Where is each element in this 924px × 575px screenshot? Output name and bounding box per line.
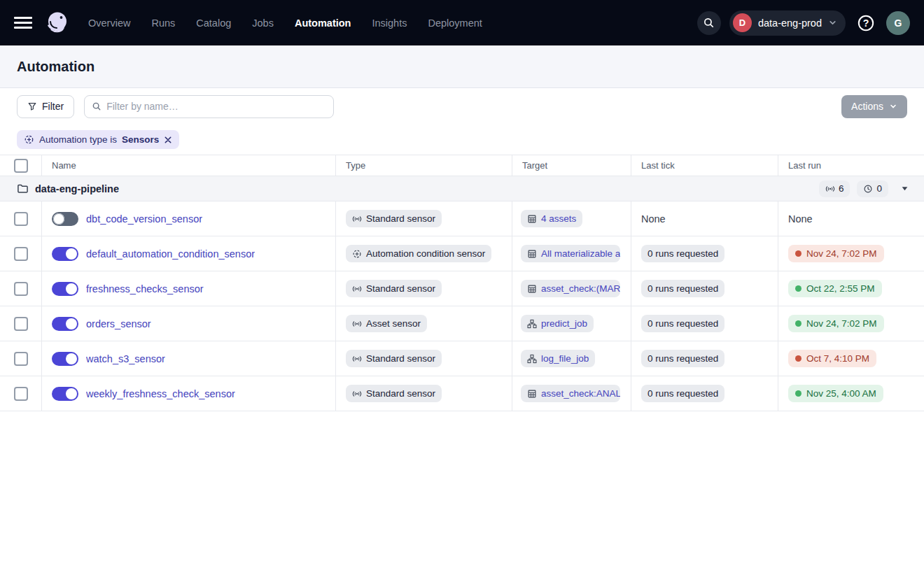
column-header-last-run[interactable]: Last run xyxy=(778,155,924,176)
asset-icon xyxy=(527,214,537,224)
hamburger-menu-icon[interactable] xyxy=(14,14,32,32)
table-row: dbt_code_version_sensor Standard sensor … xyxy=(0,201,924,236)
target-link[interactable]: asset_check:ANALY xyxy=(521,385,620,402)
row-checkbox[interactable] xyxy=(14,282,28,296)
sensor-toggle[interactable] xyxy=(52,282,78,296)
deployment-name: data-eng-prod xyxy=(758,17,822,29)
target-label: All materializable as xyxy=(541,248,620,259)
nav-item-catalog[interactable]: Catalog xyxy=(196,17,231,29)
run-status-dot xyxy=(795,355,802,362)
actions-button-label: Actions xyxy=(851,101,883,112)
row-checkbox[interactable] xyxy=(14,387,28,401)
name-filter-field[interactable] xyxy=(84,95,334,118)
sensor-toggle[interactable] xyxy=(52,212,78,226)
filter-tag-automation-type[interactable]: Automation type is Sensors xyxy=(17,130,179,149)
target-link[interactable]: asset_check:(MARK xyxy=(521,280,620,297)
table-header-row: Name Type Target Last tick Last run xyxy=(0,155,924,176)
target-link[interactable]: 4 assets xyxy=(521,210,582,227)
sensor-icon xyxy=(352,319,362,329)
sensor-toggle[interactable] xyxy=(52,352,78,366)
last-run-value: None xyxy=(788,213,813,225)
run-status-dot xyxy=(795,320,802,327)
target-link[interactable]: predict_job xyxy=(521,315,594,332)
filter-button[interactable]: Filter xyxy=(17,95,74,118)
last-tick-badge[interactable]: 0 runs requested xyxy=(641,315,724,332)
table-row: default_automation_condition_sensor Auto… xyxy=(0,236,924,271)
nav-item-automation[interactable]: Automation xyxy=(295,17,351,29)
job-icon xyxy=(527,354,537,364)
job-icon xyxy=(527,319,537,329)
clock-icon xyxy=(863,184,873,194)
column-header-name[interactable]: Name xyxy=(42,155,336,176)
sensor-type-label: Standard sensor xyxy=(366,388,435,399)
nav-item-deployment[interactable]: Deployment xyxy=(428,17,482,29)
table-row: watch_s3_sensor Standard sensor log_file… xyxy=(0,341,924,376)
deployment-selector[interactable]: D data-eng-prod xyxy=(729,10,846,36)
collapse-caret-icon[interactable] xyxy=(901,185,909,192)
column-header-last-tick[interactable]: Last tick xyxy=(631,155,778,176)
dagster-logo[interactable] xyxy=(42,8,73,38)
sensor-name-link[interactable]: watch_s3_sensor xyxy=(86,353,165,364)
last-tick-value: 0 runs requested xyxy=(648,353,718,364)
code-location-group-row[interactable]: data-eng-pipeline 6 0 xyxy=(0,176,924,201)
last-run-badge[interactable]: Oct 7, 4:10 PM xyxy=(788,350,876,367)
target-link[interactable]: All materializable as xyxy=(521,245,620,262)
sensor-toggle[interactable] xyxy=(52,247,78,261)
name-filter-input[interactable] xyxy=(106,101,326,112)
asset-icon xyxy=(527,249,537,259)
asset-icon xyxy=(527,284,537,294)
last-run-badge[interactable]: Nov 25, 4:00 AM xyxy=(788,385,883,402)
sensor-type-badge: Automation condition sensor xyxy=(346,245,491,262)
last-tick-value: 0 runs requested xyxy=(648,318,718,329)
sensor-toggle[interactable] xyxy=(52,387,78,401)
sensor-name-link[interactable]: freshness_checks_sensor xyxy=(86,283,204,294)
nav-item-jobs[interactable]: Jobs xyxy=(252,17,274,29)
row-checkbox[interactable] xyxy=(14,212,28,226)
sensor-type-badge: Standard sensor xyxy=(346,210,442,227)
folder-icon xyxy=(17,183,29,194)
nav-item-insights[interactable]: Insights xyxy=(372,17,407,29)
last-tick-badge[interactable]: 0 runs requested xyxy=(641,280,724,297)
sensor-name-link[interactable]: default_automation_condition_sensor xyxy=(86,248,255,260)
sensor-icon xyxy=(352,354,362,364)
target-link[interactable]: log_file_job xyxy=(521,350,595,367)
select-all-checkbox[interactable] xyxy=(14,159,28,173)
sensor-toggle[interactable] xyxy=(52,317,78,331)
last-tick-badge[interactable]: 0 runs requested xyxy=(641,350,724,367)
automation-condition-icon xyxy=(24,134,34,145)
sensor-count: 6 xyxy=(839,183,844,194)
sensor-type-label: Standard sensor xyxy=(366,283,435,294)
help-button[interactable]: ? xyxy=(854,11,878,35)
search-icon xyxy=(703,17,715,29)
last-run-badge[interactable]: Nov 24, 7:02 PM xyxy=(788,315,884,332)
sensor-type-label: Standard sensor xyxy=(366,353,435,364)
last-tick-value: 0 runs requested xyxy=(648,283,718,294)
filter-tag-value: Sensors xyxy=(122,134,159,145)
column-header-target[interactable]: Target xyxy=(512,155,631,176)
sensor-count-badge: 6 xyxy=(819,180,850,197)
last-run-badge[interactable]: Nov 24, 7:02 PM xyxy=(788,245,884,262)
filter-button-label: Filter xyxy=(42,101,64,112)
primary-nav: Overview Runs Catalog Jobs Automation In… xyxy=(88,17,482,29)
table-row: freshness_checks_sensor Standard sensor … xyxy=(0,271,924,306)
sensor-name-link[interactable]: weekly_freshness_check_sensor xyxy=(86,388,235,399)
row-checkbox[interactable] xyxy=(14,247,28,261)
column-header-type[interactable]: Type xyxy=(336,155,512,176)
nav-item-runs[interactable]: Runs xyxy=(151,17,175,29)
actions-button[interactable]: Actions xyxy=(841,95,907,118)
nav-item-overview[interactable]: Overview xyxy=(88,17,130,29)
funnel-icon xyxy=(27,101,37,111)
last-run-badge[interactable]: Oct 22, 2:55 PM xyxy=(788,280,882,297)
sensor-type-label: Asset sensor xyxy=(366,318,421,329)
last-tick-badge[interactable]: 0 runs requested xyxy=(641,245,724,262)
row-checkbox[interactable] xyxy=(14,317,28,331)
global-search-button[interactable] xyxy=(697,11,721,35)
user-avatar[interactable]: G xyxy=(886,11,910,35)
row-checkbox[interactable] xyxy=(14,352,28,366)
last-tick-badge[interactable]: 0 runs requested xyxy=(641,385,724,402)
sensor-icon xyxy=(352,214,362,224)
automation-condition-icon xyxy=(352,249,362,259)
sensor-name-link[interactable]: orders_sensor xyxy=(86,318,151,329)
sensor-name-link[interactable]: dbt_code_version_sensor xyxy=(86,213,202,225)
close-icon[interactable] xyxy=(164,136,172,144)
